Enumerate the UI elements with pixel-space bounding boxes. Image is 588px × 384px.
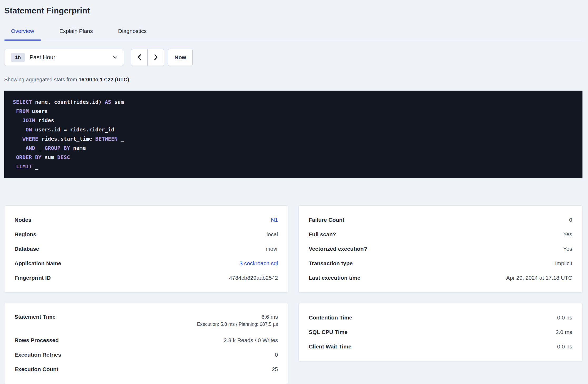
sql-line: AND _ GROUP BY name xyxy=(13,144,574,153)
card-row-label: Client Wait Time xyxy=(309,343,351,350)
card-row: Last execution timeApr 29, 2024 at 17:18… xyxy=(309,270,572,285)
card-row: Contention Time0.0 ns xyxy=(309,310,572,325)
aggregated-stats-range: 16:00 to 17:22 (UTC) xyxy=(78,77,129,82)
previous-interval-button[interactable] xyxy=(131,49,148,66)
card-row-value: 6.6 ms xyxy=(261,314,278,320)
card-row-value: 2.3 k Reads / 0 Writes xyxy=(224,337,278,343)
card-row-value: 0.0 ns xyxy=(557,314,572,321)
card-row-label: Rows Processed xyxy=(14,337,59,343)
page-title: Statement Fingerprint xyxy=(4,0,582,15)
chevron-right-icon xyxy=(153,54,159,61)
time-pager xyxy=(131,49,164,66)
sql-line: ON users.id = rides.rider_id xyxy=(13,125,574,134)
card-row: Regionslocal xyxy=(14,227,278,242)
card-row-label: Statement Time xyxy=(14,314,56,320)
aggregated-stats-prefix: Showing aggregated stats from xyxy=(4,77,78,82)
card-row-value: 25 xyxy=(272,366,278,372)
card-row: Statement Time6.6 msExecution: 5.8 ms / … xyxy=(14,310,278,333)
sql-line: SELECT name, count(rides.id) AS sum xyxy=(13,97,574,107)
time-range-dropdown[interactable]: 1h Past Hour xyxy=(4,49,124,66)
card-row-label: Full scan? xyxy=(309,231,336,238)
card-row: SQL CPU Time2.0 ms xyxy=(309,325,572,339)
aggregated-stats-caption: Showing aggregated stats from 16:00 to 1… xyxy=(4,76,582,83)
now-button[interactable]: Now xyxy=(168,49,193,66)
next-interval-button[interactable] xyxy=(148,49,164,66)
card-row-label: Transaction type xyxy=(309,260,353,267)
card-row: Client Wait Time0.0 ns xyxy=(309,339,572,354)
card-row: Fingerprint ID4784cb829aab2542 xyxy=(14,270,278,285)
card-row-label: Database xyxy=(14,246,39,252)
card-row: Execution Count25 xyxy=(14,362,278,376)
card-row-value-link[interactable]: N1 xyxy=(271,217,278,223)
card-row-label: Nodes xyxy=(14,217,31,223)
card-row-label: Execution Count xyxy=(14,366,58,372)
card-row-label: Contention Time xyxy=(309,314,352,321)
tabbar: Overview Explain Plans Diagnostics xyxy=(4,24,582,40)
card-row: Vectorized execution?Yes xyxy=(309,242,572,256)
card-row-value: local xyxy=(267,231,278,238)
execution-attributes-card: Failure Count0Full scan?YesVectorized ex… xyxy=(298,205,582,293)
card-row-value: movr xyxy=(266,246,278,252)
card-row: Full scan?Yes xyxy=(309,227,572,242)
tab-diagnostics[interactable]: Diagnostics xyxy=(111,24,154,40)
chevron-left-icon xyxy=(137,54,142,61)
statement-times-card: Statement Time6.6 msExecution: 5.8 ms / … xyxy=(4,303,288,384)
sql-line: JOIN rides xyxy=(13,116,574,125)
card-row-label: Last execution time xyxy=(309,275,360,281)
card-row: Rows Processed2.3 k Reads / 0 Writes xyxy=(14,333,278,347)
card-row-value: Yes xyxy=(563,246,572,252)
statement-details-card: NodesN1RegionslocalDatabasemovrApplicati… xyxy=(4,205,288,293)
card-row-label: Execution Retries xyxy=(14,352,61,358)
card-row: NodesN1 xyxy=(14,213,278,227)
card-row-value: 0 xyxy=(569,217,572,223)
card-row-value: Apr 29, 2024 at 17:18 UTC xyxy=(506,275,572,281)
sql-line: LIMIT _ xyxy=(13,162,574,171)
card-row-value: 0 xyxy=(275,352,278,358)
tab-explain-plans[interactable]: Explain Plans xyxy=(53,24,100,40)
summary-cards: NodesN1RegionslocalDatabasemovrApplicati… xyxy=(4,205,582,384)
tab-overview[interactable]: Overview xyxy=(4,24,41,40)
card-row: Application Name$ cockroach sql xyxy=(14,256,278,270)
card-row-label: Fingerprint ID xyxy=(14,275,51,281)
card-row-value: Yes xyxy=(563,231,572,238)
card-row: Databasemovr xyxy=(14,242,278,256)
statement-fingerprint-page: Statement Fingerprint Overview Explain P… xyxy=(0,0,588,384)
card-row-label: Application Name xyxy=(14,260,61,267)
card-row: Failure Count0 xyxy=(309,213,572,227)
time-controls: 1h Past Hour Now xyxy=(4,49,582,66)
sql-statement: SELECT name, count(rides.id) AS sum FROM… xyxy=(4,91,582,178)
card-row-value-link[interactable]: $ cockroach sql xyxy=(240,260,278,267)
card-row: Execution Retries0 xyxy=(14,347,278,362)
chevron-down-icon xyxy=(113,56,117,59)
card-row-label: SQL CPU Time xyxy=(309,329,347,335)
card-row-label: Failure Count xyxy=(309,217,344,223)
time-range-label: Past Hour xyxy=(29,54,55,61)
sql-line: WHERE rides.start_time BETWEEN _ xyxy=(13,134,574,144)
sql-line: FROM users xyxy=(13,107,574,116)
card-row-value-stack: 6.6 msExecution: 5.8 ms / Planning: 687.… xyxy=(197,314,278,328)
sql-line: ORDER BY sum DESC xyxy=(13,153,574,162)
card-row-value-subtext: Execution: 5.8 ms / Planning: 687.5 µs xyxy=(197,321,278,328)
card-row-value: 0.0 ns xyxy=(557,343,572,350)
card-row-label: Vectorized execution? xyxy=(309,246,367,252)
card-row-value: 4784cb829aab2542 xyxy=(229,275,278,281)
card-row-value: Implicit xyxy=(555,260,572,267)
card-row: Transaction typeImplicit xyxy=(309,256,572,270)
wait-times-card: Contention Time0.0 nsSQL CPU Time2.0 msC… xyxy=(298,303,582,361)
card-row-value: 2.0 ms xyxy=(556,329,572,335)
time-range-badge: 1h xyxy=(11,53,25,62)
card-row-label: Regions xyxy=(14,231,36,238)
